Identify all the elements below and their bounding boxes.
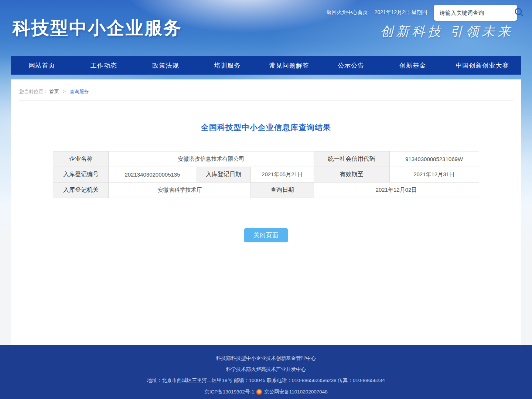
- footer-org-line-2: 科学技术部火炬高技术产业开发中心: [0, 366, 532, 372]
- credit-code-label: 统一社会信用代码: [314, 151, 389, 167]
- nav-item-innovation-competition[interactable]: 中国创新创业大赛: [444, 56, 521, 75]
- reg-date-label: 入库登记日期: [196, 167, 251, 183]
- search-icon: [514, 7, 524, 18]
- footer-icp-line: 京ICP备13019302号-1 京公网安备11010202007048: [0, 389, 532, 395]
- header-top-bar: 返回火炬中心首页 2021年12月2日 星期四: [327, 4, 517, 21]
- site-footer: 科技部科技型中小企业技术创新基金管理中心 科学技术部火炬高技术产业开发中心 地址…: [0, 345, 532, 399]
- valid-until-value: 2021年12月31日: [389, 167, 479, 183]
- public-security-license-link[interactable]: 京公网安备11010202007048: [264, 389, 328, 395]
- query-date-label: 查询日期: [251, 183, 314, 198]
- page-title: 全国科技型中小企业信息库查询结果: [11, 101, 521, 133]
- site-logo: 科技型中小企业服务: [13, 16, 182, 40]
- valid-until-label: 有效期至: [314, 167, 389, 183]
- police-badge-icon: [256, 389, 262, 395]
- close-page-button[interactable]: 关闭页面: [244, 228, 288, 242]
- icp-license-link[interactable]: 京ICP备13019302号-1: [204, 389, 254, 395]
- table-row: 企业名称 安徽塔孜信息技术有限公司 统一社会信用代码 9134030008523…: [53, 151, 479, 167]
- site-header: 返回火炬中心首页 2021年12月2日 星期四 科技型中小企业服务 创新科技 引…: [0, 0, 532, 56]
- breadcrumb-separator: >: [63, 89, 66, 94]
- current-date: 2021年12月2日 星期四: [375, 9, 427, 16]
- nav-item-announcements[interactable]: 公示公告: [320, 56, 382, 75]
- breadcrumb-prefix: 您当前位置：: [19, 89, 48, 94]
- reg-authority-value: 安徽省科学技术厅: [109, 183, 251, 198]
- company-name-label: 企业名称: [53, 151, 109, 167]
- reg-number-label: 入库登记编号: [53, 167, 109, 183]
- reg-date-value: 2021年05月21日: [251, 167, 314, 183]
- nav-item-training[interactable]: 培训服务: [197, 56, 258, 75]
- content-panel: 您当前位置： 首页 > 查询服务 全国科技型中小企业信息库查询结果 企业名称 安…: [11, 79, 521, 345]
- main-navigation: 网站首页 工作动态 政策法规 培训服务 常见问题解答 公示公告 创新基金 中国创…: [11, 56, 521, 75]
- reg-number-value: 202134030200005135: [109, 167, 196, 183]
- breadcrumb: 您当前位置： 首页 > 查询服务: [11, 79, 521, 100]
- query-date-value: 2021年12月02日: [314, 183, 479, 198]
- table-row: 入库登记编号 202134030200005135 入库登记日期 2021年05…: [53, 167, 479, 183]
- reg-authority-label: 入库登记机关: [53, 183, 109, 198]
- nav-item-policies[interactable]: 政策法规: [135, 56, 197, 75]
- nav-item-home[interactable]: 网站首页: [11, 56, 73, 75]
- nav-item-faq[interactable]: 常见问题解答: [258, 56, 320, 75]
- query-result-table: 企业名称 安徽塔孜信息技术有限公司 统一社会信用代码 9134030008523…: [53, 151, 479, 198]
- site-slogan: 创新科技 引领未来: [380, 23, 514, 40]
- company-name-value: 安徽塔孜信息技术有限公司: [109, 151, 314, 167]
- breadcrumb-home-link[interactable]: 首页: [50, 89, 59, 94]
- nav-item-innovation-fund[interactable]: 创新基金: [382, 56, 444, 75]
- search-input[interactable]: [439, 9, 514, 16]
- search-box: [434, 5, 517, 21]
- footer-contact-line: 地址：北京市西城区三里河二区甲18号 邮编：100045 联系电话：010-88…: [0, 378, 532, 383]
- torch-center-home-link[interactable]: 返回火炬中心首页: [327, 9, 368, 16]
- table-row: 入库登记机关 安徽省科学技术厅 查询日期 2021年12月02日: [53, 183, 479, 198]
- footer-org-line-1: 科技部科技型中小企业技术创新基金管理中心: [0, 355, 532, 361]
- search-button[interactable]: [514, 7, 524, 18]
- nav-item-work-news[interactable]: 工作动态: [73, 56, 134, 75]
- credit-code-value: 91340300085231069W: [389, 151, 479, 167]
- breadcrumb-current-link[interactable]: 查询服务: [69, 89, 89, 94]
